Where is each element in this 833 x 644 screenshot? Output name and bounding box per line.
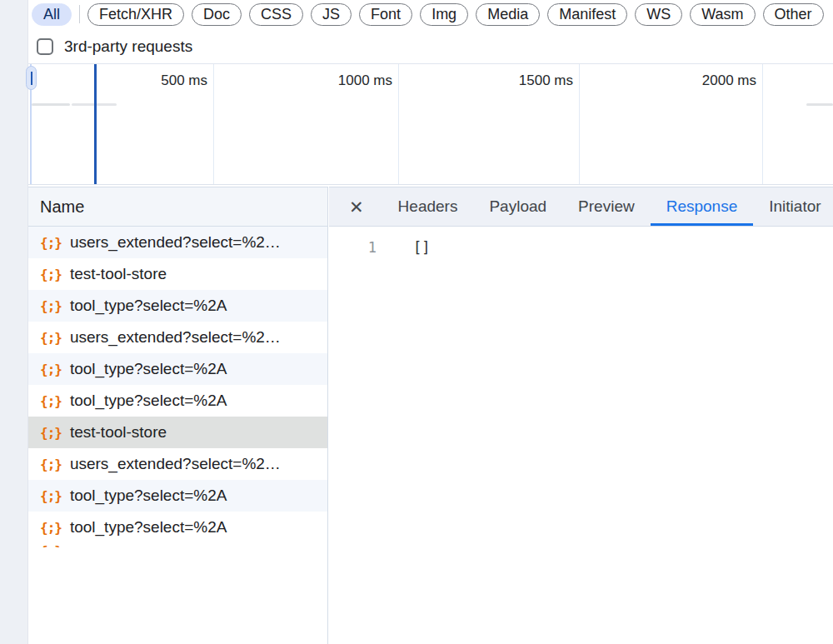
overview-request-bar [806, 103, 833, 106]
third-party-checkbox-label: 3rd-party requests [64, 37, 192, 56]
filter-divider [79, 5, 80, 23]
request-row[interactable]: {;} tool_type?select=%2A [28, 385, 327, 417]
response-body-text: [] [413, 239, 430, 257]
tab-preview[interactable]: Preview [562, 187, 651, 226]
line-number: 1 [329, 239, 377, 257]
json-file-icon: {;} [40, 330, 62, 346]
tick-label-1000ms: 1000 ms [267, 72, 392, 89]
request-row[interactable]: {;} users_extended?select=%2… [28, 227, 327, 258]
network-filter-bar: All Fetch/XHR Doc CSS JS Font Img Media … [32, 2, 824, 26]
filter-pill-media[interactable]: Media [476, 3, 540, 26]
json-file-icon: {;} [40, 267, 62, 282]
network-overview-timeline[interactable]: 500 ms 1000 ms 1500 ms 2000 ms [28, 63, 833, 185]
request-name: users_extended?select=%2… [70, 233, 281, 252]
third-party-checkbox[interactable] [37, 38, 53, 55]
request-name: users_extended?select=%2… [70, 328, 281, 347]
filter-pill-css[interactable]: CSS [249, 3, 303, 26]
json-file-icon: {;} [40, 362, 62, 377]
request-name: users_extended?select=%2… [70, 455, 281, 473]
request-row[interactable]: {;} tool_type?select=%2A [28, 480, 327, 512]
tab-response[interactable]: Response [651, 187, 754, 226]
tab-headers[interactable]: Headers [382, 187, 474, 226]
request-row[interactable]: {;} users_extended?select=%2… [28, 448, 327, 480]
clipped-next-row-icon: {;} [40, 543, 62, 547]
json-file-icon: {;} [40, 393, 62, 409]
overview-request-bar [32, 103, 70, 106]
filter-pill-doc[interactable]: Doc [192, 3, 242, 26]
request-name: tool_type?select=%2A [70, 392, 227, 410]
filter-pill-other[interactable]: Other [763, 3, 824, 26]
json-file-icon: {;} [40, 488, 62, 504]
tick-label-2000ms: 2000 ms [631, 72, 756, 89]
json-file-icon: {;} [40, 457, 62, 472]
filter-pill-all[interactable]: All [32, 3, 72, 26]
third-party-filter: 3rd-party requests [37, 37, 192, 57]
filter-pill-wasm[interactable]: Wasm [690, 3, 755, 26]
tab-payload[interactable]: Payload [473, 187, 562, 226]
request-name: tool_type?select=%2A [70, 297, 227, 315]
request-name: tool_type?select=%2A [70, 360, 227, 378]
grid-line-2000ms [762, 64, 763, 184]
response-editor[interactable]: 1 [] [329, 239, 833, 257]
request-row-selected[interactable]: {;} test-tool-store [28, 417, 327, 448]
filter-pill-font[interactable]: Font [359, 3, 412, 26]
request-name: test-tool-store [70, 423, 167, 442]
request-name: tool_type?select=%2A [70, 518, 227, 537]
request-row[interactable]: {;} tool_type?select=%2A [28, 290, 327, 322]
json-file-icon: {;} [40, 235, 62, 251]
grid-line-1500ms [579, 64, 580, 184]
request-name: tool_type?select=%2A [70, 487, 227, 505]
tab-initiator[interactable]: Initiator [753, 187, 833, 226]
details-tab-bar: ✕ Headers Payload Preview Response Initi… [329, 187, 833, 227]
request-row[interactable]: {;} tool_type?select=%2A [28, 353, 327, 385]
filter-pill-ws[interactable]: WS [635, 3, 682, 26]
close-icon[interactable]: ✕ [349, 198, 364, 216]
name-column-header[interactable]: Name [28, 187, 327, 227]
json-file-icon: {;} [40, 425, 62, 441]
json-file-icon: {;} [40, 520, 62, 536]
filter-pill-js[interactable]: JS [311, 3, 352, 26]
tick-label-1500ms: 1500 ms [448, 72, 573, 89]
filter-pill-manifest[interactable]: Manifest [547, 3, 627, 26]
grid-line-500ms [213, 64, 214, 184]
page-left-gutter [0, 0, 28, 644]
request-name: test-tool-store [70, 265, 167, 283]
request-row[interactable]: {;} users_extended?select=%2… [28, 322, 327, 353]
tick-label-500ms: 500 ms [82, 72, 207, 89]
domcontentloaded-marker-line [94, 64, 97, 184]
filter-pill-fetch-xhr[interactable]: Fetch/XHR [87, 3, 184, 26]
request-details-panel: ✕ Headers Payload Preview Response Initi… [329, 187, 833, 644]
name-column-header-label: Name [40, 197, 84, 217]
request-list-panel: Name {;} users_extended?select=%2… {;} t… [28, 187, 328, 644]
json-file-icon: {;} [40, 543, 62, 547]
overview-left-drag-handle[interactable] [26, 66, 37, 90]
request-row[interactable]: {;} test-tool-store [28, 258, 327, 290]
drag-handle-grip-icon [31, 72, 32, 85]
request-row[interactable]: {;} tool_type?select=%2A [28, 512, 327, 543]
filter-pill-img[interactable]: Img [420, 3, 468, 26]
grid-line-1000ms [398, 64, 399, 184]
json-file-icon: {;} [40, 298, 62, 314]
